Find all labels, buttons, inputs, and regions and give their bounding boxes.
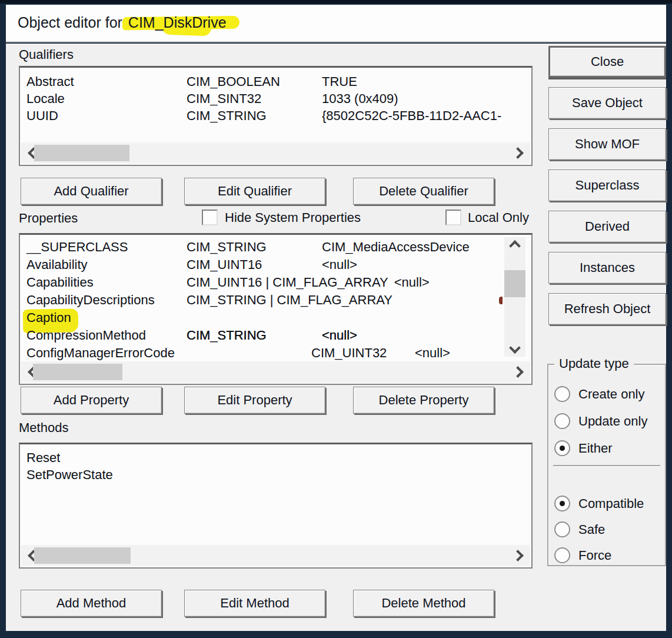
edit-qualifier-button[interactable]: Edit Qualifier (184, 178, 325, 205)
qualifier-value: 1033 (0x409) (322, 90, 398, 107)
properties-list[interactable]: __SUPERCLASS CIM_STRINGCIM_MediaAccessDe… (19, 233, 533, 385)
radio-row-either[interactable]: Either (554, 440, 612, 456)
property-name: ConfigManagerErrorCode (26, 344, 175, 361)
qualifiers-list-content: Abstract CIM_BOOLEANTRUE Locale CIM_SINT… (20, 68, 531, 142)
qualifier-name: UUID (26, 107, 58, 124)
show-mof-button[interactable]: Show MOF (548, 128, 666, 160)
red-ink-mark (499, 297, 503, 304)
property-name: Capabilities (26, 274, 94, 291)
side-button-column: Close Save Object Show MOF Superclass De… (548, 46, 666, 325)
qualifiers-hscrollbar[interactable] (21, 142, 530, 164)
add-method-button[interactable]: Add Method (21, 590, 162, 617)
property-row[interactable]: __SUPERCLASS CIM_STRINGCIM_MediaAccessDe… (20, 238, 531, 256)
methods-hscrollbar[interactable] (21, 545, 530, 566)
save-object-button[interactable]: Save Object (548, 87, 666, 119)
scroll-thumb[interactable] (34, 145, 129, 161)
group-divider (553, 465, 660, 466)
property-row[interactable]: Availability CIM_UINT16<null> (20, 256, 531, 274)
edit-property-button[interactable]: Edit Property (184, 387, 325, 414)
object-editor-window: Object editor forCIM_DiskDrive Qualifier… (0, 0, 672, 638)
radio-row-compatible[interactable]: Compatible (554, 496, 644, 511)
page-title-prefix: Object editor for (18, 14, 122, 31)
safe-label: Safe (578, 522, 605, 537)
qualifier-row[interactable]: UUID CIM_STRING{8502C52C-5FBB-11D2-AAC1- (20, 107, 531, 124)
method-name: Reset (26, 449, 60, 466)
edit-method-button[interactable]: Edit Method (184, 590, 325, 617)
property-value: <null> (322, 327, 357, 344)
properties-hscrollbar[interactable] (21, 361, 530, 383)
methods-list[interactable]: Reset SetPowerState (19, 443, 533, 569)
qualifier-type: CIM_BOOLEAN (187, 73, 322, 90)
property-name: Availability (26, 256, 88, 274)
add-property-button[interactable]: Add Property (21, 387, 162, 414)
compatible-radio[interactable] (554, 496, 570, 511)
either-radio[interactable] (554, 440, 570, 456)
close-button[interactable]: Close (548, 46, 666, 78)
hide-system-properties-checkbox[interactable] (202, 210, 218, 225)
create-only-radio[interactable] (554, 386, 570, 402)
property-name: __SUPERCLASS (26, 238, 128, 256)
local-only-label: Local Only (468, 210, 529, 225)
delete-property-button[interactable]: Delete Property (353, 387, 494, 414)
radio-row-force[interactable]: Force (554, 547, 611, 563)
scroll-thumb[interactable] (34, 547, 131, 564)
method-row[interactable]: SetPowerState (20, 466, 531, 483)
method-row[interactable]: Reset (20, 449, 531, 466)
refresh-object-button[interactable]: Refresh Object (548, 293, 666, 325)
property-row[interactable]: CompressionMethod CIM_STRING<null> (20, 327, 531, 344)
update-type-group: Update type Create only Update only Eith… (547, 364, 666, 566)
scroll-up-icon[interactable] (509, 240, 521, 252)
property-value: <null> (394, 274, 430, 291)
methods-label: Methods (19, 420, 68, 436)
highlighted-class-name: CIM_DiskDrive (125, 14, 230, 31)
property-type: CIM_UINT16 | CIM_FLAG_ARRAY (187, 274, 394, 291)
instances-button[interactable]: Instances (548, 252, 666, 284)
property-row[interactable]: Capabilities CIM_UINT16 | CIM_FLAG_ARRAY… (20, 274, 531, 291)
force-radio[interactable] (554, 547, 570, 563)
property-row[interactable]: Caption CIM_STRING<null> (20, 309, 531, 327)
qualifier-type: CIM_STRING (187, 107, 322, 124)
qualifier-value: TRUE (322, 73, 357, 90)
property-row[interactable]: CapabilityDescriptions CIM_STRING | CIM_… (20, 291, 531, 309)
radio-row-update-only[interactable]: Update only (554, 413, 647, 429)
delete-method-button[interactable]: Delete Method (353, 590, 494, 617)
scroll-right-icon[interactable] (512, 366, 524, 378)
property-name: CapabilityDescriptions (26, 291, 155, 309)
compatible-label: Compatible (578, 496, 644, 511)
qualifiers-list[interactable]: Abstract CIM_BOOLEANTRUE Locale CIM_SINT… (19, 66, 533, 166)
property-row[interactable]: ConfigManagerErrorCode CIM_UINT32<null> (20, 344, 531, 361)
qualifiers-label: Qualifiers (19, 47, 74, 62)
qualifier-row[interactable]: Abstract CIM_BOOLEANTRUE (20, 73, 531, 90)
properties-vscrollbar[interactable] (504, 237, 525, 357)
radio-row-safe[interactable]: Safe (554, 521, 605, 537)
update-type-label: Update type (554, 356, 634, 371)
scroll-down-icon[interactable] (509, 342, 521, 354)
property-type: CIM_STRING (187, 327, 322, 344)
qualifier-name: Abstract (26, 73, 74, 90)
local-only-checkbox[interactable] (445, 210, 461, 225)
properties-list-content: __SUPERCLASS CIM_STRINGCIM_MediaAccessDe… (20, 235, 531, 361)
radio-row-create-only[interactable]: Create only (554, 386, 645, 402)
hide-system-properties-label: Hide System Properties (225, 210, 361, 225)
update-only-label: Update only (578, 414, 647, 429)
qualifier-type: CIM_SINT32 (187, 90, 322, 107)
delete-qualifier-button[interactable]: Delete Qualifier (353, 178, 494, 205)
scroll-thumb[interactable] (504, 270, 525, 297)
update-only-radio[interactable] (554, 413, 570, 429)
derived-button[interactable]: Derived (548, 211, 666, 242)
add-qualifier-button[interactable]: Add Qualifier (21, 178, 162, 205)
scroll-right-icon[interactable] (512, 550, 524, 561)
qualifier-row[interactable]: Locale CIM_SINT321033 (0x409) (20, 90, 531, 107)
scroll-thumb[interactable] (33, 364, 122, 380)
property-type: CIM_UINT32 (311, 344, 415, 361)
superclass-button[interactable]: Superclass (548, 170, 666, 201)
property-type: CIM_STRING (187, 238, 322, 256)
property-value: <null> (322, 256, 357, 274)
property-value: CIM_MediaAccessDevice (322, 238, 470, 256)
either-label: Either (578, 441, 612, 456)
property-name: CompressionMethod (26, 327, 146, 344)
scroll-right-icon[interactable] (512, 147, 524, 159)
safe-radio[interactable] (554, 521, 570, 537)
methods-list-content: Reset SetPowerState (20, 444, 531, 545)
property-value: <null> (415, 344, 450, 361)
